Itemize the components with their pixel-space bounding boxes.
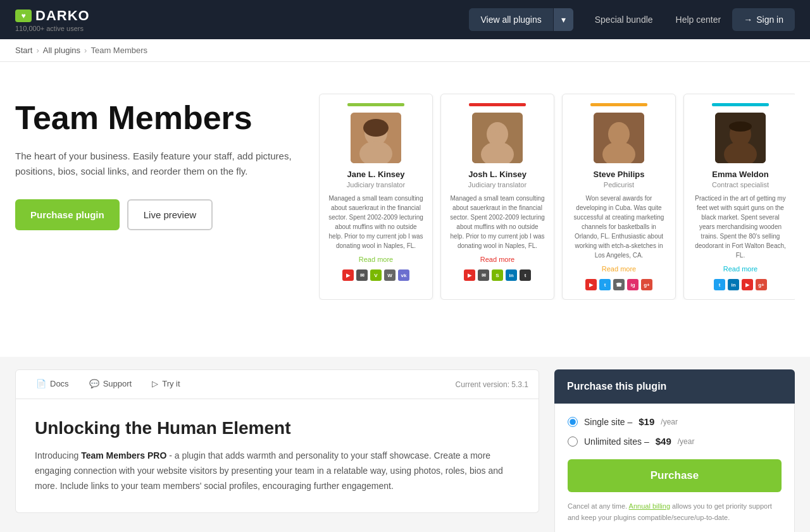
page-title: Team Members (15, 100, 294, 136)
youtube-icon-4: ▶ (742, 279, 753, 290)
team-card-2: Josh L. Kinsey Judiciary translator Mana… (440, 94, 554, 300)
pricing-unlimited-radio[interactable] (568, 436, 578, 447)
tab-try-it[interactable]: ▷ Try it (142, 370, 190, 399)
sign-in-button[interactable]: → Sign in (732, 8, 795, 31)
docs-title: Unlocking the Human Element (35, 418, 520, 438)
card-role-3: Pedicurist (571, 181, 666, 189)
card-name-2: Josh L. Kinsey (450, 170, 545, 179)
purchase-header: Purchase this plugin (554, 369, 795, 404)
web-icon: W (384, 269, 396, 281)
navbar: DARKO 110,000+ active users View all plu… (0, 0, 810, 39)
live-preview-button[interactable]: Live preview (127, 199, 213, 230)
card-read-more-1[interactable]: Read more (328, 256, 423, 263)
twitter-icon-3: t (599, 279, 611, 290)
sign-in-icon: → (744, 15, 752, 25)
twitter-icon-4: t (714, 279, 725, 290)
purchase-sidebar: Purchase this plugin Single site – $19/y… (554, 369, 795, 532)
breadcrumb-sep2: › (84, 46, 87, 55)
logo-name: DARKO (35, 8, 90, 24)
avatar-3 (594, 113, 644, 163)
special-bundle-link[interactable]: Special bundle (583, 8, 664, 31)
try-icon: ▷ (152, 379, 158, 388)
pricing-unlimited-label: Unlimited sites – (584, 436, 649, 447)
support-icon: 💬 (89, 379, 99, 388)
card-bar-2 (469, 103, 526, 106)
card-bar-3 (590, 103, 647, 106)
hero-right: Jane L. Kinsey Judiciary translator Mana… (319, 94, 795, 300)
youtube-icon-2: ▶ (464, 269, 475, 281)
skype-icon-2: S (492, 269, 503, 281)
logo-sub: 110,000+ active users (15, 25, 90, 32)
pricing-unlimited: Unlimited sites – $49/year (568, 436, 782, 447)
hero-description: The heart of your business. Easily featu… (15, 149, 294, 179)
card-icons-1: ▶ ✉ V W vk (328, 269, 423, 281)
card-role-1: Judiciary translator (328, 181, 423, 189)
avatar-4 (715, 113, 766, 163)
pricing-unlimited-period: /year (678, 437, 695, 446)
note-prefix: Cancel at any time. (568, 502, 629, 510)
purchase-plugin-button[interactable]: Purchase plugin (15, 199, 120, 230)
card-read-more-2[interactable]: Read more (450, 256, 545, 263)
avatar-img-4 (715, 113, 766, 163)
card-read-more-4[interactable]: Read more (693, 265, 788, 273)
svg-point-3 (363, 119, 389, 137)
version-label: Current version: 5.3.1 (456, 380, 528, 389)
card-bio-2: Managed a small team consulting about sa… (450, 194, 545, 251)
svg-point-15 (729, 121, 752, 132)
pricing-single-price: $19 (639, 416, 654, 427)
card-icons-2: ▶ ✉ S in t (450, 269, 545, 281)
team-card-1: Jane L. Kinsey Judiciary translator Mana… (319, 94, 433, 300)
card-role-2: Judiciary translator (450, 181, 545, 189)
docs-icon: 📄 (36, 379, 46, 388)
googleplus-icon-4: g+ (756, 279, 767, 290)
docs-plugin-name: Team Members PRO (81, 450, 166, 461)
svg-point-7 (490, 128, 495, 135)
breadcrumb-sep1: › (36, 46, 39, 55)
purchase-body: Single site – $19/year Unlimited sites –… (554, 404, 795, 532)
plugins-dropdown-button[interactable]: ▾ (553, 8, 573, 31)
googleplus-icon-3: g+ (641, 279, 652, 290)
hero-buttons: Purchase plugin Live preview (15, 199, 294, 230)
main-content: 📄 Docs 💬 Support ▷ Try it Current versio… (15, 369, 539, 513)
breadcrumb-start[interactable]: Start (15, 46, 32, 55)
tab-support[interactable]: 💬 Support (79, 370, 142, 399)
card-bio-4: Practiced in the art of getting my feet … (693, 194, 788, 260)
youtube-icon-3: ▶ (585, 279, 597, 290)
pricing-unlimited-price: $49 (656, 436, 671, 447)
view-all-plugins-button[interactable]: View all plugins (469, 8, 552, 31)
breadcrumb: Start › All plugins › Team Members (0, 39, 810, 62)
hero-left: Team Members The heart of your business.… (15, 94, 294, 230)
card-bio-1: Managed a small team consulting about sa… (328, 194, 423, 251)
team-card-3: Steve Philips Pedicurist Won several awa… (562, 94, 676, 300)
youtube-icon: ▶ (342, 269, 354, 281)
tab-docs[interactable]: 📄 Docs (26, 370, 79, 399)
card-name-3: Steve Philips (571, 170, 666, 179)
view-all-plugins-group: View all plugins ▾ (469, 8, 573, 31)
card-name-4: Emma Weldon (693, 170, 788, 179)
pricing-single-radio[interactable] (568, 417, 578, 427)
bottom-section: 📄 Docs 💬 Support ▷ Try it Current versio… (0, 357, 810, 532)
purchase-button[interactable]: Purchase (568, 459, 782, 492)
docs-paragraph: Introducing Team Members PRO - a plugin … (35, 448, 520, 493)
card-icons-4: t in ▶ g+ (693, 279, 788, 290)
pricing-single-label: Single site – (584, 417, 632, 427)
tabs-bar: 📄 Docs 💬 Support ▷ Try it Current versio… (15, 369, 539, 399)
svg-point-8 (499, 128, 504, 135)
docs-content: Unlocking the Human Element Introducing … (15, 399, 539, 513)
email-icon-2: ✉ (478, 269, 489, 281)
vk-icon: vk (398, 269, 409, 281)
card-bio-3: Won several awards for developing in Cub… (571, 194, 666, 260)
pricing-single: Single site – $19/year (568, 416, 782, 427)
hero-section: Team Members The heart of your business.… (0, 62, 810, 338)
help-center-link[interactable]: Help center (664, 8, 733, 31)
avatar-2 (472, 113, 523, 163)
linkedin-icon-2: in (506, 269, 517, 281)
breadcrumb-all-plugins[interactable]: All plugins (43, 46, 80, 55)
phone-icon-3: ☎ (613, 279, 625, 290)
annual-billing-link[interactable]: Annual billing (629, 502, 670, 510)
avatar-img-1 (351, 113, 401, 163)
logo-icon (15, 9, 32, 22)
linkedin-icon-4: in (728, 279, 739, 290)
avatar-img-3 (594, 113, 644, 163)
card-read-more-3[interactable]: Read more (571, 265, 666, 273)
